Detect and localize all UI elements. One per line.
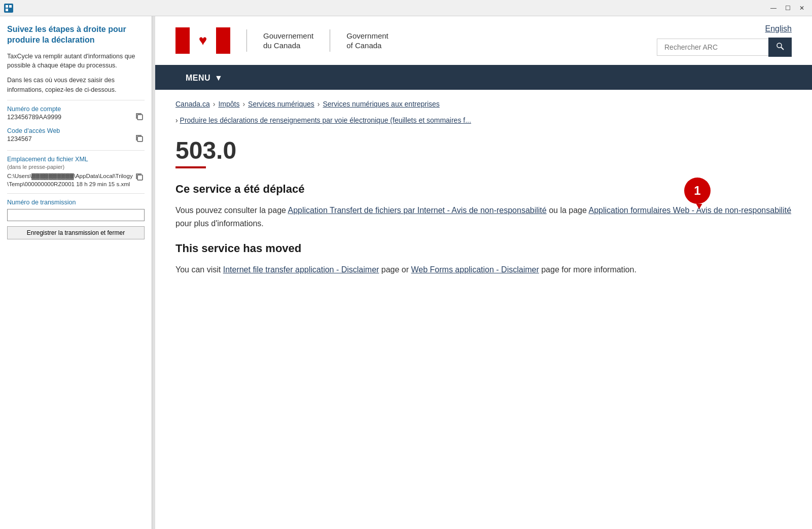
access-value: 1234567 [7,135,134,143]
window-chrome: — ☐ ✕ [0,0,812,16]
search-input[interactable] [657,39,768,56]
sidebar-desc2: Dans les cas où vous devez saisir des in… [7,76,145,95]
error-underline [175,166,206,168]
xml-path: C:\Users\▓▓▓▓▓▓▓▓▓▓\AppData\Local\Trilog… [7,172,134,188]
svg-rect-0 [6,5,8,8]
window-title-area [4,4,13,13]
sidebar-divider [7,100,145,100]
alert-balloon: 1 [684,178,711,204]
service-moved-title-en: This service has moved [175,242,792,255]
sidebar-divider2 [7,150,145,151]
svg-rect-1 [9,5,12,8]
save-transmission-button[interactable]: Enregistrer la transmission et fermer [7,226,145,239]
gov-header-right: English [657,24,792,57]
account-label: Numéro de compte [7,105,134,113]
body-en-middle: page or [379,265,411,274]
gov-name-en-line2: of Canada [346,41,389,51]
copy-xml-button[interactable] [134,172,145,184]
svg-rect-2 [6,9,8,11]
link-ift-fr[interactable]: Application Transfert de fichiers par In… [288,206,547,215]
canada-flag: ♥ [175,27,230,54]
account-value: 123456789AA9999 [7,114,134,121]
breadcrumb-arrow: › [175,116,178,124]
minimize-button[interactable]: — [767,3,780,13]
transmission-label: Numéro de transmission [7,199,145,206]
access-label: Code d'accès Web [7,127,134,134]
menu-button[interactable]: MENU ▼ [175,66,233,90]
xml-path-row: C:\Users\▓▓▓▓▓▓▓▓▓▓\AppData\Local\Trilog… [7,172,145,188]
svg-point-6 [777,43,782,48]
copy-access-button[interactable] [134,133,145,145]
main-content: ♥ Gouvernement du Canada Government of C… [155,16,812,529]
account-field-content: Numéro de compte 123456789AA9999 [7,105,134,123]
flag-red-right [216,27,230,54]
gov-name-en: Government of Canada [346,31,389,51]
link-wfa-en[interactable]: Web Forms application - Disclaimer [411,265,539,274]
body-en-before: You can visit [175,265,223,274]
sidebar: Suivez les étapes à droite pour produire… [0,16,152,529]
gov-name-separator [246,29,247,52]
account-field-row: Numéro de compte 123456789AA9999 [7,105,145,123]
body-fr-before: Vous pouvez consulter la page [175,206,288,215]
search-button[interactable] [768,38,792,57]
maple-leaf-icon: ♥ [199,32,207,49]
breadcrumb-produire[interactable]: Produire les déclarations de renseigneme… [180,116,471,124]
breadcrumb-services-num[interactable]: Services numériques [248,100,314,108]
svg-line-7 [781,47,784,50]
gov-name: Gouvernement du Canada [263,31,313,51]
app-icon [4,4,13,13]
breadcrumb-sep1: › [213,100,216,108]
access-field-row: Code d'accès Web 1234567 [7,127,145,145]
gov-name-fr: Gouvernement [263,31,313,41]
body-fr-middle: ou la page [547,206,589,215]
sidebar-divider3 [7,193,145,194]
menu-label: MENU [186,74,210,83]
breadcrumb-second: › Produire les déclarations de renseigne… [175,116,792,124]
copy-account-button[interactable] [134,112,145,123]
language-toggle[interactable]: English [765,24,792,33]
breadcrumb: Canada.ca › Impôts › Services numériques… [175,100,792,108]
xml-hint: (dans le presse-papier) [7,164,145,170]
nav-bar: MENU ▼ [155,66,812,90]
gov-lang-separator [330,29,330,52]
close-button[interactable]: ✕ [796,3,808,13]
body-fr-after: pour plus d'informations. [175,219,264,228]
breadcrumb-impots[interactable]: Impôts [218,100,239,108]
link-wfa-fr[interactable]: Application formulaires Web - Avis de no… [588,206,791,215]
menu-chevron-icon: ▼ [215,74,223,83]
transmission-input[interactable] [7,209,145,221]
breadcrumb-sep2: › [242,100,245,108]
search-bar [657,38,792,57]
flag-red-left [175,27,190,54]
xml-label: Emplacement du fichier XML [7,156,145,163]
flag-white-center: ♥ [190,27,216,54]
gov-logo: ♥ Gouvernement du Canada Government of C… [175,27,389,54]
sidebar-desc1: TaxCycle va remplir autant d'information… [7,52,145,71]
breadcrumb-services-ent[interactable]: Services numériques aux entreprises [323,100,439,108]
access-field-content: Code d'accès Web 1234567 [7,127,134,145]
sidebar-title: Suivez les étapes à droite pour produire… [7,24,145,46]
svg-rect-3 [137,115,143,120]
app-container: Suivez les étapes à droite pour produire… [0,16,812,529]
breadcrumb-sep3: › [317,100,320,108]
gov-of-fr: du Canada [263,41,313,51]
maximize-button[interactable]: ☐ [782,3,794,13]
link-ift-en[interactable]: Internet file transfer application - Dis… [223,265,379,274]
content-body: Canada.ca › Impôts › Services numériques… [155,90,812,303]
error-code: 503.0 [175,136,792,164]
alert-area: Ce service a été déplacé Vous pouvez con… [175,183,792,283]
svg-rect-4 [137,136,143,142]
window-controls: — ☐ ✕ [767,3,808,13]
breadcrumb-canada[interactable]: Canada.ca [175,100,210,108]
gov-name-en-line1: Government [346,31,389,41]
svg-rect-5 [137,175,143,180]
gov-header: ♥ Gouvernement du Canada Government of C… [155,16,812,66]
body-text-en: You can visit Internet file transfer app… [175,263,792,276]
body-en-after: page for more information. [539,265,637,274]
